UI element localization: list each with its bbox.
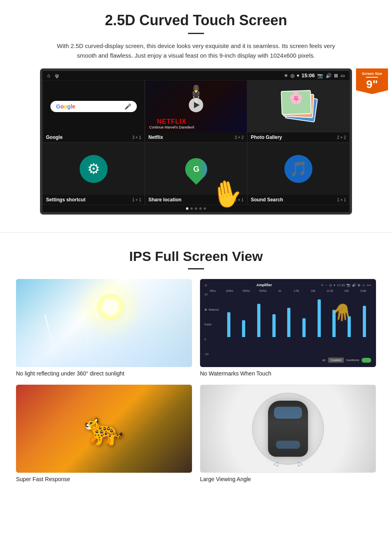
device-screen: ⌂ ψ ✳ ◎ ▾ 15:06 📷 🔊 ⊠ ▭	[40, 68, 352, 215]
photo-stack: 🌸	[280, 88, 316, 124]
image-grid: No light reflecting under 360° direct su…	[16, 279, 376, 482]
section2-title: IPS Full Screen View	[16, 249, 376, 264]
app-cell-sound-search[interactable]: 🎵 Sound Search 1 × 1	[247, 143, 350, 205]
sound-search-app-size: 1 × 1	[337, 198, 346, 202]
amp-title: Amplifier	[256, 283, 272, 287]
camera-icon: 📷	[317, 73, 323, 78]
amp-chart-area: 10 🔈 Balance Fader 0 -10	[203, 292, 373, 356]
dot-1[interactable]	[186, 207, 188, 210]
section2-ips: IPS Full Screen View No light reflecting…	[0, 241, 392, 494]
app-cell-gallery[interactable]: 🌸 Photo Gallery 2 × 2	[247, 80, 350, 143]
gallery-label: Photo Gallery 2 × 2	[248, 132, 349, 142]
netflix-label: Netflix 3 × 2	[145, 132, 247, 142]
section1-description: With 2.5D curved-display screen, this de…	[56, 41, 336, 60]
location-icon: ◎	[290, 73, 294, 78]
status-time: 15:06	[302, 72, 315, 78]
amp-header: ⌂ Amplifier ≡···◎▾17:33📷🔊⊠▭⟵	[203, 282, 373, 288]
car-image: ◁ ▷	[200, 385, 376, 473]
arrow-right-icon: ▷	[298, 460, 303, 468]
amplifier-image: ⌂ Amplifier ≡···◎▾17:33📷🔊⊠▭⟵ 60hz 100hz …	[200, 279, 376, 367]
badge-divider	[366, 77, 378, 78]
gear-icon: ⚙	[87, 161, 100, 177]
page-divider	[0, 232, 392, 233]
image-item-car: ◁ ▷ Large Viewing Angle	[200, 385, 376, 482]
amp-custom-button[interactable]: Custom	[328, 357, 344, 363]
amp-freq-labels: 60hz 100hz 200hz 500hz 1k 2.5k 10k 12.5k…	[203, 289, 373, 292]
status-bar: ⌂ ψ ✳ ◎ ▾ 15:06 📷 🔊 ⊠ ▭	[42, 71, 350, 80]
viewing-angle-arrows: ◁ ▷	[273, 460, 303, 468]
image-item-sunlight: No light reflecting under 360° direct su…	[16, 279, 192, 377]
sound-search-label: Sound Search 1 × 1	[248, 195, 349, 205]
car-caption: Large Viewing Angle	[200, 476, 376, 482]
sunlight-image	[16, 279, 192, 367]
status-left: ⌂ ψ	[47, 72, 59, 78]
google-app-size: 3 × 1	[132, 135, 141, 140]
mic-icon: 🎤	[124, 103, 131, 110]
gallery-thumb: 🌸	[248, 80, 349, 132]
section1-title: 2.5D Curved Touch Screen	[24, 12, 368, 29]
share-location-thumb: G 🤚	[145, 143, 247, 195]
hand-pointing-icon: 🤚	[208, 176, 245, 212]
amp-header-icons: ≡···◎▾17:33📷🔊⊠▭⟵	[322, 283, 371, 287]
badge-title: Screen Size	[358, 72, 386, 76]
google-search-bar[interactable]: Google 🎤	[50, 101, 137, 112]
amp-bar-3	[252, 295, 266, 337]
car-body	[268, 401, 308, 457]
dot-2[interactable]	[190, 207, 193, 210]
sound-search-thumb: 🎵	[248, 143, 349, 195]
amplifier-caption: No Watermarks When Touch	[200, 370, 376, 377]
app-grid: Google 🎤 Google 3 × 1	[42, 80, 350, 205]
app-cell-google[interactable]: Google 🎤 Google 3 × 1	[42, 80, 145, 143]
google-maps-icon: G	[180, 153, 212, 185]
flower-icon: 🌸	[289, 91, 303, 104]
cheetah-icon: 🐆	[84, 410, 124, 448]
screen-size-badge: Screen Size 9"	[356, 68, 388, 94]
bluetooth-icon: ✳	[284, 73, 288, 78]
dot-5[interactable]	[204, 207, 206, 210]
section2-divider	[188, 268, 204, 269]
cheetah-image: 🐆	[16, 385, 192, 473]
amp-toggle[interactable]	[362, 358, 371, 363]
maps-g-letter: G	[193, 165, 199, 174]
settings-app-size: 1 × 1	[132, 198, 141, 202]
google-thumb: Google 🎤	[43, 80, 144, 132]
amp-bar-1	[222, 295, 236, 337]
close-icon[interactable]: ⊠	[334, 73, 338, 78]
settings-label: Settings shortcut 1 × 1	[43, 195, 144, 205]
netflix-app-size: 3 × 2	[234, 135, 244, 140]
hand-touch-icon: 🖐	[332, 303, 352, 322]
dot-4[interactable]	[199, 207, 202, 210]
car-top-view	[268, 401, 308, 457]
amp-bar-4	[267, 295, 281, 337]
netflix-app-name: Netflix	[148, 134, 163, 140]
amp-home-icon: ⌂	[205, 283, 207, 287]
netflix-logo: NETFLIX	[149, 118, 194, 125]
play-button[interactable]	[189, 98, 203, 112]
google-label: Google 3 × 1	[43, 132, 144, 142]
car-circle	[252, 393, 324, 465]
play-triangle-icon	[194, 102, 200, 108]
badge-size: 9"	[358, 79, 386, 90]
amp-back-icon: ≪	[322, 358, 326, 362]
amp-loudness-label: loudness	[346, 358, 359, 362]
usb-icon: ψ	[55, 72, 59, 78]
status-right: ✳ ◎ ▾ 15:06 📷 🔊 ⊠ ▭	[284, 72, 345, 78]
sound-search-app-name: Sound Search	[251, 197, 283, 203]
image-item-cheetah: 🐆 Super Fast Response	[16, 385, 192, 482]
screen-icon[interactable]: ▭	[340, 73, 345, 78]
device-wrapper: Screen Size 9" ⌂ ψ ✳ ◎ ▾ 15:06 📷 🔊	[40, 68, 352, 215]
app-cell-settings[interactable]: ⚙ Settings shortcut 1 × 1	[42, 143, 145, 205]
music-circle: 🎵	[284, 155, 312, 183]
app-cell-netflix[interactable]: 🕴 NETFLIX Continue Marvel's Daredevil Ne…	[145, 80, 247, 143]
amp-bar-7	[312, 295, 326, 337]
app-cell-share-location[interactable]: G 🤚 Share location 1 × 1	[145, 143, 247, 205]
amp-bar-6	[297, 295, 311, 337]
pagination-dots	[42, 205, 350, 212]
netflix-thumb: 🕴 NETFLIX Continue Marvel's Daredevil	[145, 80, 247, 132]
netflix-overlay: NETFLIX Continue Marvel's Daredevil	[149, 118, 194, 129]
image-item-amplifier: ⌂ Amplifier ≡···◎▾17:33📷🔊⊠▭⟵ 60hz 100hz …	[200, 279, 376, 377]
home-icon[interactable]: ⌂	[47, 72, 50, 78]
dot-3[interactable]	[195, 207, 197, 210]
amp-bar-10	[357, 295, 371, 337]
photo-card-1: 🌸	[281, 90, 312, 115]
